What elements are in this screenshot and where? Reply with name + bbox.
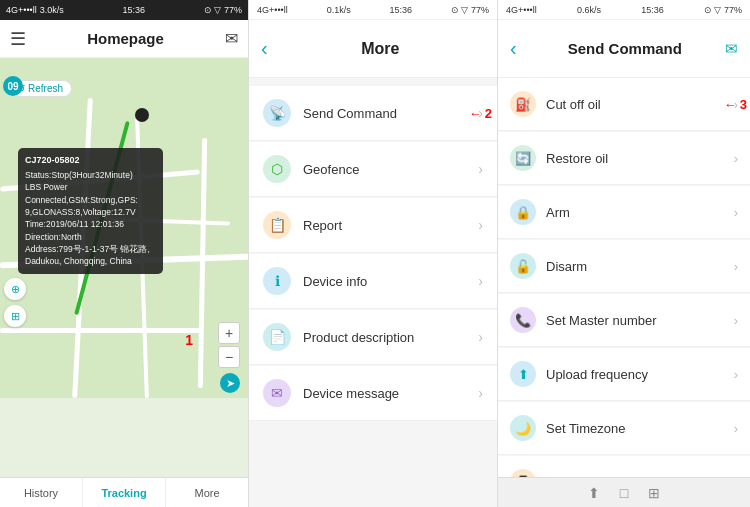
signal-label: 4G+•••ll xyxy=(506,5,537,15)
cmd-item-disarm[interactable]: 🔓 Disarm › xyxy=(498,240,750,293)
more-item-product-desc[interactable]: 📄 Product description › xyxy=(249,310,497,365)
arrow-icon: › xyxy=(734,205,738,220)
map-header: ☰ Homepage ✉ xyxy=(0,20,248,58)
cmd-header: ‹ Send Command ✉ xyxy=(498,20,750,78)
cmd-item-restore-oil[interactable]: 🔄 Restore oil › xyxy=(498,132,750,185)
zoom-out-button[interactable]: − xyxy=(218,346,240,368)
cmd-item-cut-off-oil[interactable]: ⛽ Cut off oil › ← 3 xyxy=(498,78,750,131)
arrow-icon: › xyxy=(734,421,738,436)
arm-icon: 🔒 xyxy=(510,199,536,225)
device-popup[interactable]: CJ720-05802 Status:Stop(3Hour32Minute) L… xyxy=(18,148,163,274)
arrow-icon: › xyxy=(478,385,483,401)
disarm-icon: 🔓 xyxy=(510,253,536,279)
arrow-icon: › xyxy=(734,151,738,166)
send-command-icon: 📡 xyxy=(263,99,291,127)
report-label: Report xyxy=(303,218,478,233)
annotation-1: 1 xyxy=(185,332,193,348)
send-command-label: Send Command xyxy=(303,106,478,121)
arrow-icon: › xyxy=(734,313,738,328)
more-header: ‹ More xyxy=(249,20,497,78)
arrow-icon: › xyxy=(478,329,483,345)
report-icon: 📋 xyxy=(263,211,291,239)
bookmark-icon[interactable]: □ xyxy=(620,485,628,501)
set-master-label: Set Master number xyxy=(546,313,734,328)
device-popup-line3: Connected,GSM:Strong,GPS: xyxy=(25,194,156,206)
map-title: Homepage xyxy=(87,30,164,47)
map-zoom-controls: + − xyxy=(218,322,240,368)
device-popup-line4: 9,GLONASS:8,Voltage:12.7V xyxy=(25,206,156,218)
map-tabs: History Tracking More xyxy=(0,477,248,507)
more-item-device-message[interactable]: ✉ Device message › xyxy=(249,366,497,421)
cmd-title: Send Command xyxy=(525,40,725,57)
more-title: More xyxy=(276,40,485,58)
refresh-label: Refresh xyxy=(28,83,63,94)
sidebar-locate-icon[interactable]: ⊕ xyxy=(4,278,26,300)
tab-tracking[interactable]: Tracking xyxy=(83,478,166,507)
restore-oil-label: Restore oil xyxy=(546,151,734,166)
restore-oil-icon: 🔄 xyxy=(510,145,536,171)
cmd-item-arm[interactable]: 🔒 Arm › xyxy=(498,186,750,239)
disarm-label: Disarm xyxy=(546,259,734,274)
icons-label: ⊙ ▽ 77% xyxy=(704,5,742,15)
device-popup-title: CJ720-05802 xyxy=(25,154,156,167)
sidebar-layers-icon[interactable]: ⊞ xyxy=(4,305,26,327)
cmd-item-upload-freq[interactable]: ⬆ Upload frequency › xyxy=(498,348,750,401)
device-popup-line1: Status:Stop(3Hour32Minute) xyxy=(25,169,156,181)
product-desc-label: Product description xyxy=(303,330,478,345)
annotation-2: ← 2 xyxy=(469,106,492,121)
more-item-device-info[interactable]: ℹ Device info › xyxy=(249,254,497,309)
cmd-list: ⛽ Cut off oil › ← 3 🔄 Restore oil › 🔒 Ar… xyxy=(498,78,750,477)
share-icon[interactable]: ⬆ xyxy=(588,485,600,501)
tab-history[interactable]: History xyxy=(0,478,83,507)
arm-label: Arm xyxy=(546,205,734,220)
device-popup-line2: LBS Power xyxy=(25,181,156,193)
chat-icon[interactable]: ✉ xyxy=(225,29,238,48)
cut-off-oil-icon: ⛽ xyxy=(510,91,536,117)
arrow-icon: › xyxy=(478,217,483,233)
tab-more[interactable]: More xyxy=(166,478,248,507)
map-sidebar-icons: ⊕ ⊞ xyxy=(4,278,26,327)
map-road xyxy=(0,328,200,333)
cmd-item-vibration[interactable]: 📳 Vibration sensitivity › xyxy=(498,456,750,477)
navigation-icon[interactable]: ➤ xyxy=(220,373,240,393)
arrow-icon: › xyxy=(734,475,738,478)
menu-icon[interactable]: ☰ xyxy=(10,28,26,50)
icons-label: ⊙ ▽ 77% xyxy=(451,5,489,15)
status-bar-right: ⊙ ▽ 77% xyxy=(204,5,242,15)
device-count-badge: 09 xyxy=(3,76,23,96)
more-item-geofence[interactable]: ⬡ Geofence › xyxy=(249,142,497,197)
arrow-icon: › xyxy=(734,259,738,274)
speed-label: 0.1k/s xyxy=(327,5,351,15)
map-marker xyxy=(135,108,149,122)
cmd-bottom-bar: ⬆ □ ⊞ xyxy=(498,477,750,507)
more-item-send-command[interactable]: 📡 Send Command › ← 2 xyxy=(249,86,497,141)
zoom-in-button[interactable]: + xyxy=(218,322,240,344)
back-button[interactable]: ‹ xyxy=(261,37,268,60)
more-item-report[interactable]: 📋 Report › xyxy=(249,198,497,253)
signal-icon: 4G+•••ll xyxy=(6,5,37,15)
signal-label: 4G+•••ll xyxy=(257,5,288,15)
upload-freq-icon: ⬆ xyxy=(510,361,536,387)
map-road xyxy=(198,138,207,388)
geofence-icon: ⬡ xyxy=(263,155,291,183)
product-desc-icon: 📄 xyxy=(263,323,291,351)
device-popup-line8: Dadukou, Chongqing, China xyxy=(25,255,156,267)
status-bar-map: 4G+•••ll 3.0k/s 15:36 ⊙ ▽ 77% xyxy=(0,0,248,20)
send-command-panel: 4G+•••ll 0.6k/s 15:36 ⊙ ▽ 77% ‹ Send Com… xyxy=(498,0,750,507)
geofence-label: Geofence xyxy=(303,162,478,177)
copy-icon[interactable]: ⊞ xyxy=(648,485,660,501)
status-bar-more: 4G+•••ll 0.1k/s 15:36 ⊙ ▽ 77% xyxy=(249,0,497,20)
annotation-3: ← 3 xyxy=(724,97,747,112)
message-icon[interactable]: ✉ xyxy=(725,40,738,58)
vibration-label: Vibration sensitivity xyxy=(546,475,734,478)
map-panel: 4G+•••ll 3.0k/s 15:36 ⊙ ▽ 77% ☰ Homepage… xyxy=(0,0,249,507)
time-label: 15:36 xyxy=(390,5,413,15)
status-bar-cmd: 4G+•••ll 0.6k/s 15:36 ⊙ ▽ 77% xyxy=(498,0,750,20)
cmd-item-set-master[interactable]: 📞 Set Master number › xyxy=(498,294,750,347)
arrow-icon: › xyxy=(734,367,738,382)
timezone-label: Set Timezone xyxy=(546,421,734,436)
map-area: 09 ↺ Refresh CJ720-05802 Status:Stop(3Ho… xyxy=(0,58,248,398)
back-button[interactable]: ‹ xyxy=(510,37,517,60)
device-message-label: Device message xyxy=(303,386,478,401)
cmd-item-timezone[interactable]: 🌙 Set Timezone › xyxy=(498,402,750,455)
